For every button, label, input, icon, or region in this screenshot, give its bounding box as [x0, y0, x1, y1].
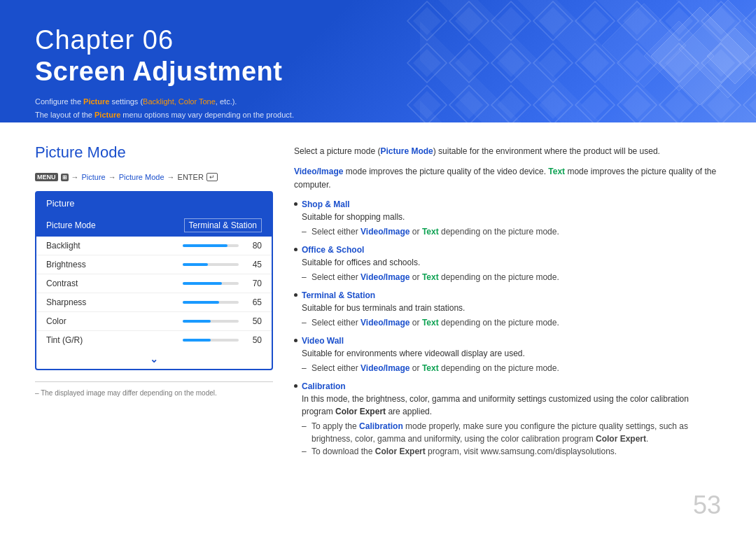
- bullet-dot: [294, 384, 298, 388]
- right-column: Select a picture mode (Picture Mode) sui…: [294, 143, 721, 465]
- section-title: Picture Mode: [35, 143, 273, 162]
- subtitle-pic-link-2: Picture: [94, 111, 120, 119]
- picture-modes-list: Shop & Mall Suitable for shopping malls.…: [294, 199, 721, 458]
- subtitle-settings-link: Backlight, Color Tone: [143, 97, 216, 106]
- intro-paragraph-1: Select a picture mode (Picture Mode) sui…: [294, 145, 721, 158]
- subtitle-text-1: Configure the: [35, 97, 83, 106]
- list-item-calibration: Calibration In this mode, the brightness…: [294, 381, 721, 458]
- terminal-station-sub: Select either Video/Image or Text depend…: [302, 316, 721, 329]
- shop-mall-desc: Suitable for shopping malls.: [302, 211, 721, 223]
- calibration-sub1: To apply the Calibration mode properly, …: [302, 420, 721, 445]
- bullet-dot: [294, 293, 298, 297]
- page-header: Chapter 06 Screen Adjustment Configure t…: [0, 0, 756, 122]
- terminal-station-title: Terminal & Station: [302, 290, 375, 300]
- menu-picture-mode: Picture Mode: [119, 173, 164, 181]
- picture-ui-mockup: Picture Picture Mode Terminal & Station …: [35, 191, 273, 370]
- shop-mall-title: Shop & Mall: [302, 199, 350, 209]
- list-item-office-school: Office & School Suitable for offices and…: [294, 245, 721, 283]
- picture-mode-row: Picture Mode Terminal & Station: [36, 214, 272, 237]
- backlight-row: Backlight 80: [36, 237, 272, 255]
- calibration-title: Calibration: [302, 381, 346, 391]
- left-column: Picture Mode MENU ⊞ → Picture → Picture …: [35, 143, 273, 465]
- bullet-dot: [294, 248, 298, 251]
- bullet-dot: [294, 202, 298, 206]
- list-item-shop-mall: Shop & Mall Suitable for shopping malls.…: [294, 199, 721, 238]
- mode-value: Terminal & Station: [184, 218, 262, 232]
- calibration-desc: In this mode, the brightness, color, gam…: [302, 393, 721, 418]
- picture-ui-header: Picture: [36, 192, 272, 214]
- mode-label: Picture Mode: [46, 220, 96, 230]
- sharpness-row: Sharpness 65: [36, 293, 272, 312]
- intro-paragraph-2: Video/Image mode improves the picture qu…: [294, 165, 721, 192]
- footnote-area: – The displayed image may differ dependi…: [35, 381, 273, 397]
- office-school-title: Office & School: [302, 245, 364, 255]
- menu-picture: Picture: [82, 173, 106, 181]
- menu-icon: MENU: [35, 173, 58, 181]
- list-item-video-wall: Video Wall Suitable for environments whe…: [294, 336, 721, 374]
- terminal-station-desc: Suitable for bus terminals and train sta…: [302, 302, 721, 314]
- video-wall-desc: Suitable for environments where videowal…: [302, 347, 721, 360]
- bullet-dot: [294, 339, 298, 342]
- page-number: 53: [693, 491, 721, 520]
- header-decoration: [406, 0, 756, 122]
- main-content: Picture Mode MENU ⊞ → Picture → Picture …: [0, 122, 756, 479]
- video-wall-sub: Select either Video/Image or Text depend…: [302, 362, 721, 374]
- picture-mode-link: Picture Mode: [380, 146, 433, 156]
- chevron-down-icon: ⌄: [36, 349, 272, 369]
- enter-icon: ↵: [206, 173, 218, 181]
- shop-mall-sub: Select either Video/Image or Text depend…: [302, 225, 721, 238]
- color-row: Color 50: [36, 312, 272, 331]
- menu-grid-icon: ⊞: [61, 174, 69, 181]
- text-link: Text: [548, 167, 565, 176]
- contrast-row: Contrast 70: [36, 274, 272, 293]
- menu-path: MENU ⊞ → Picture → Picture Mode → ENTER …: [35, 173, 273, 181]
- footnote-text: – The displayed image may differ dependi…: [35, 389, 273, 397]
- office-school-sub: Select either Video/Image or Text depend…: [302, 271, 721, 283]
- subtitle-pic-link: Picture: [83, 97, 109, 106]
- video-image-link: Video/Image: [294, 167, 343, 176]
- list-item-terminal-station: Terminal & Station Suitable for bus term…: [294, 290, 721, 329]
- calibration-sub2: To download the Color Expert program, vi…: [302, 445, 721, 458]
- tint-row: Tint (G/R) 50: [36, 331, 272, 349]
- brightness-row: Brightness 45: [36, 255, 272, 274]
- video-wall-title: Video Wall: [302, 336, 344, 346]
- office-school-desc: Suitable for offices and schools.: [302, 256, 721, 269]
